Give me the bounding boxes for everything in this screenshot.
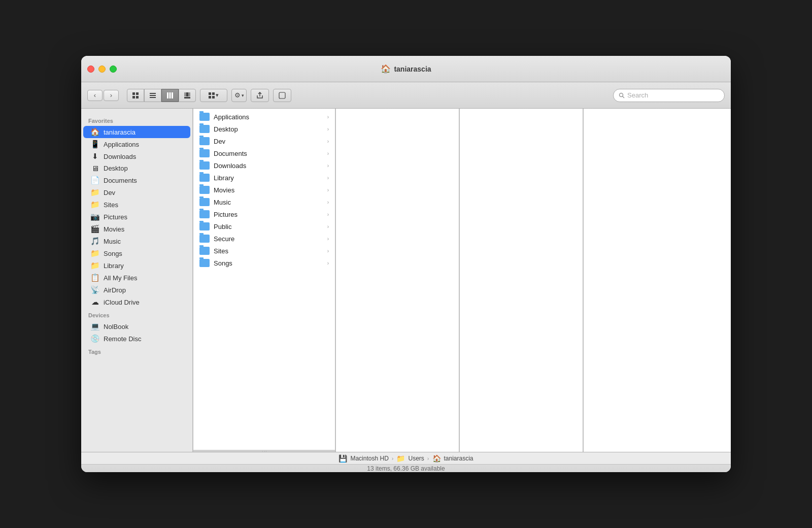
file-item-public[interactable]: Public › [193, 220, 335, 233]
maximize-button[interactable] [110, 65, 117, 73]
chevron-right-icon: › [327, 236, 329, 242]
chevron-right-icon: › [327, 212, 329, 217]
file-item-music[interactable]: Music › [193, 196, 335, 208]
sidebar-item-airdrop[interactable]: 📡 AirDrop [83, 284, 190, 296]
search-box[interactable]: Search [613, 89, 725, 102]
tags-header: Tags [81, 345, 192, 357]
sidebar-item-library[interactable]: 📁 Library [83, 259, 190, 272]
sidebar-item-label: Desktop [104, 164, 128, 172]
sidebar-item-desktop[interactable]: 🖥 Desktop [83, 162, 190, 174]
sidebar-item-all-my-files[interactable]: 📋 All My Files [83, 272, 190, 284]
sidebar-item-label: iCloud Drive [104, 299, 140, 306]
close-button[interactable] [87, 65, 94, 73]
search-placeholder: Search [627, 91, 648, 99]
chevron-right-icon: › [327, 126, 329, 132]
file-name: Music [214, 199, 323, 206]
sidebar-item-applications[interactable]: 📱 Applications [83, 138, 190, 150]
sidebar-item-label: Applications [104, 141, 139, 148]
chevron-right-icon: › [327, 224, 329, 229]
column-view-button[interactable] [161, 89, 179, 102]
sites-icon: 📁 [90, 200, 99, 209]
breadcrumb-hd: Macintosh HD [350, 455, 388, 462]
sidebar-item-movies[interactable]: 🎬 Movies [83, 223, 190, 235]
file-item-documents[interactable]: Documents › [193, 147, 335, 159]
titlebar: 🏠 taniarascia [81, 56, 731, 82]
file-name: Library [214, 174, 323, 182]
home-icon: 🏠 [90, 127, 99, 137]
group-by-button[interactable]: ▾ [200, 89, 227, 102]
folder-icon [199, 149, 210, 157]
sidebar-item-sites[interactable]: 📁 Sites [83, 199, 190, 211]
file-item-dev[interactable]: Dev › [193, 135, 335, 147]
music-icon: 🎵 [90, 237, 99, 246]
file-list-pane: Applications › Desktop › Dev › [193, 109, 335, 452]
sidebar-item-nolbook[interactable]: 💻 NolBook [83, 320, 190, 333]
file-name: Sites [214, 247, 323, 255]
svg-rect-2 [132, 96, 135, 98]
sidebar-item-taniarascia[interactable]: 🏠 taniarascia [83, 126, 190, 138]
list-view-icon [149, 92, 156, 99]
sidebar-item-dev[interactable]: 📁 Dev [83, 186, 190, 199]
quaternary-pane [584, 109, 731, 452]
gear-icon: ⚙ [234, 91, 241, 99]
sidebar-item-music[interactable]: 🎵 Music [83, 235, 190, 247]
sidebar-item-downloads[interactable]: ⬇ Downloads [83, 150, 190, 162]
tertiary-pane [460, 109, 583, 452]
hd-icon: 💾 [339, 454, 347, 463]
file-item-downloads[interactable]: Downloads › [193, 159, 335, 172]
action-button[interactable]: ⚙ ▾ [231, 89, 247, 102]
svg-rect-11 [186, 92, 188, 96]
sidebar-item-documents[interactable]: 📄 Documents [83, 174, 190, 186]
chevron-right-icon: › [327, 151, 329, 156]
file-item-pictures[interactable]: Pictures › [193, 208, 335, 220]
file-item-secure[interactable]: Secure › [193, 233, 335, 245]
icon-view-button[interactable] [127, 89, 144, 102]
sidebar-item-remote-disc[interactable]: 💿 Remote Disc [83, 333, 190, 345]
tag-button[interactable] [273, 89, 291, 102]
file-name: Secure [214, 235, 323, 243]
file-name: Desktop [214, 125, 323, 133]
svg-rect-16 [209, 96, 211, 98]
forward-icon: › [110, 91, 112, 99]
finder-window: 🏠 taniarascia ‹ › [81, 56, 731, 472]
svg-rect-3 [136, 96, 139, 98]
back-icon: ‹ [94, 91, 96, 99]
sidebar-item-songs[interactable]: 📁 Songs [83, 247, 190, 259]
list-view-button[interactable] [144, 89, 161, 102]
file-item-songs[interactable]: Songs › [193, 257, 335, 269]
window-title-text: taniarascia [394, 65, 431, 73]
library-icon: 📁 [90, 261, 99, 270]
pane-resize-handle[interactable]: ⋮ [193, 450, 335, 452]
folder-icon [199, 247, 210, 255]
back-button[interactable]: ‹ [87, 90, 103, 101]
share-button[interactable] [251, 89, 269, 102]
file-item-desktop[interactable]: Desktop › [193, 123, 335, 135]
file-item-library[interactable]: Library › [193, 172, 335, 184]
users-folder-icon: 📁 [396, 454, 405, 463]
folder-icon [199, 259, 210, 267]
folder-icon [199, 210, 210, 218]
cover-flow-button[interactable] [179, 89, 196, 102]
file-item-applications[interactable]: Applications › [193, 111, 335, 123]
window-title-icon: 🏠 [381, 64, 391, 74]
file-name: Movies [214, 186, 323, 194]
all-my-files-icon: 📋 [90, 273, 99, 282]
file-item-movies[interactable]: Movies › [193, 184, 335, 196]
file-name: Downloads [214, 162, 323, 170]
folder-icon [199, 198, 210, 206]
file-name: Dev [214, 138, 323, 145]
applications-icon: 📱 [90, 140, 99, 149]
sidebar-item-pictures[interactable]: 📷 Pictures [83, 211, 190, 223]
breadcrumb-taniarascia: taniarascia [444, 455, 473, 462]
sidebar-item-icloud-drive[interactable]: ☁ iCloud Drive [83, 296, 190, 308]
forward-button[interactable]: › [104, 90, 119, 101]
svg-rect-18 [279, 92, 285, 98]
file-item-sites[interactable]: Sites › [193, 245, 335, 257]
view-buttons [127, 89, 196, 102]
minimize-button[interactable] [98, 65, 106, 73]
svg-rect-6 [150, 97, 156, 98]
sidebar-item-label: Downloads [104, 153, 136, 160]
chevron-right-icon: › [327, 187, 329, 193]
status-text: 13 items, 66.36 GB available [367, 465, 445, 472]
action-arrow-icon: ▾ [242, 93, 244, 98]
